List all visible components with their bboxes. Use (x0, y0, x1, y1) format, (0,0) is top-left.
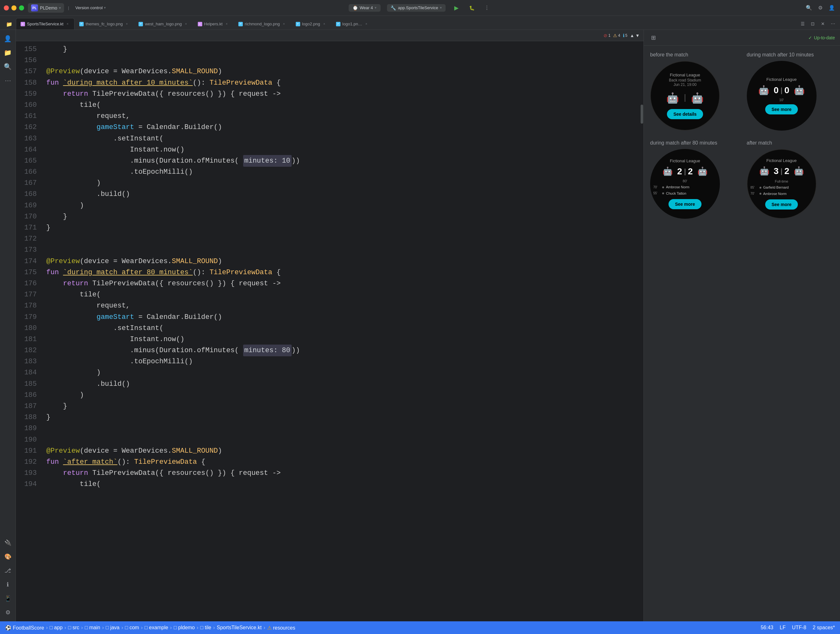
breadcrumb-main[interactable]: □ main (85, 625, 100, 631)
tab-label: west_ham_logo.png (145, 22, 182, 26)
watch-during-80: Fictional League 🤖 2 | 2 🤖 80' (650, 149, 720, 219)
warning-badge[interactable]: ⚠ 4 (613, 33, 621, 38)
tab-richmond-logo[interactable]: P richmond_logo.png × (234, 18, 291, 30)
sidebar-icon-plugin[interactable]: 🔌 (2, 537, 14, 549)
close-all-tabs-button[interactable]: ✕ (818, 19, 827, 28)
code-token: ) (46, 177, 101, 189)
version-control[interactable]: Version control ▾ (73, 4, 108, 11)
more-options-button[interactable]: ⋮ (482, 3, 491, 13)
settings-icon[interactable]: ⚙ (816, 3, 825, 13)
line-num: 176 (16, 278, 37, 289)
breadcrumb-pldemo[interactable]: □ pldemo (174, 625, 195, 631)
code-token: `after match` (63, 457, 118, 468)
tab-close-button[interactable]: × (184, 22, 188, 26)
tab-sportsTileService[interactable]: K SportsTileService.kt × (16, 18, 74, 30)
code-token: `during match after 10 minutes` (63, 77, 193, 89)
scrollbar-thumb[interactable] (641, 104, 643, 123)
breadcrumb-app[interactable]: □ app (50, 625, 63, 631)
split-editor-button[interactable]: ⊡ (808, 19, 817, 28)
service-badge[interactable]: 🔧 app.SportsTileService ▾ (387, 4, 446, 12)
status-bar: ⚽ FootballScore › □ app › □ src › □ main… (0, 621, 840, 634)
code-token: (): (193, 77, 210, 89)
watch-scorers: 70' Ambrose Norm 55' Chuck Tatton (650, 184, 720, 197)
code-token: = Calendar.Builder() (134, 122, 222, 133)
collapse-warnings-button[interactable]: ▲ ▼ (630, 33, 639, 38)
tab-close-button[interactable]: × (364, 22, 369, 26)
run-button[interactable]: ▶ (452, 3, 461, 13)
breadcrumb-resources[interactable]: ⚠ resources (267, 625, 295, 631)
more-tabs-button[interactable]: ⋯ (829, 19, 837, 28)
tab-close-button[interactable]: × (282, 22, 286, 26)
code-token: return (63, 89, 88, 100)
cursor-position[interactable]: 56:43 (761, 625, 774, 631)
breadcrumb-java[interactable]: □ java (106, 625, 120, 631)
tab-themes-logo[interactable]: P themes_fc_logo.png × (74, 18, 134, 30)
charset[interactable]: UTF-8 (792, 625, 806, 631)
watch-during-10: Fictional League 🤖 0 | 0 🤖 10' See more (747, 61, 816, 131)
indent[interactable]: 2 spaces* (813, 625, 835, 631)
sidebar-icon-info[interactable]: ℹ (2, 579, 14, 590)
tab-westham-logo[interactable]: P west_ham_logo.png × (134, 18, 193, 30)
maximize-button[interactable] (19, 5, 24, 11)
breadcrumb-src[interactable]: □ src (68, 625, 79, 631)
score-away: 0 (785, 85, 789, 95)
tab-helpers[interactable]: K Helpers.kt × (193, 18, 234, 30)
breadcrumb-football[interactable]: ⚽ FootballScore (5, 625, 44, 631)
scrollbar-vertical[interactable] (640, 41, 643, 621)
tab-label: SportsTileService.kt (27, 22, 63, 26)
png-file-icon: P (336, 22, 340, 26)
sidebar-icon-more[interactable]: ⋯ (2, 75, 14, 86)
code-line-193: return TilePreviewData({ resources() }) … (46, 468, 640, 479)
see-details-button[interactable]: See details (667, 109, 703, 119)
see-more-button[interactable]: See more (765, 104, 798, 114)
app-menu[interactable]: PL PLDemo ▾ (28, 3, 64, 13)
breadcrumb-file[interactable]: SportsTileService.kt (217, 625, 262, 631)
sidebar-icon-git[interactable]: ⎇ (2, 565, 14, 576)
sidebar-icon-profile[interactable]: 👤 (2, 33, 14, 44)
line-num: 165 (16, 155, 37, 166)
breadcrumb-tile[interactable]: □ tile (201, 625, 212, 631)
tab-list-button[interactable]: ☰ (798, 19, 807, 28)
tab-logo1[interactable]: P logo1.pn… × (331, 18, 373, 30)
line-num: 182 (16, 345, 37, 356)
line-num: 185 (16, 378, 37, 390)
minimize-button[interactable] (11, 5, 16, 11)
info-badge[interactable]: ℹ 5 (623, 33, 628, 38)
tab-bar-actions: ☰ ⊡ ✕ ⋯ (798, 19, 837, 30)
tab-close-button[interactable]: × (65, 22, 70, 26)
code-token: TilePreviewData (210, 267, 272, 278)
line-numbers: 155 156 157 158 159 160 161 162 163 164 … (16, 41, 41, 621)
close-button[interactable] (4, 5, 9, 11)
score-home: 0 (774, 85, 779, 95)
sidebar-toggle-btn[interactable]: 📁 (3, 19, 16, 30)
sidebar-icon-search[interactable]: 🔍 (2, 61, 14, 72)
sidebar-icon-palette[interactable]: 🎨 (2, 551, 14, 562)
debug-button[interactable]: 🐛 (467, 3, 476, 13)
wear-badge[interactable]: ⌚ Wear 4 ▾ (349, 4, 381, 12)
score-display: 2 | 2 (677, 166, 693, 177)
sidebar-icon-file[interactable]: 📁 (2, 47, 14, 58)
sidebar-icon-settings[interactable]: ⚙ (2, 607, 14, 618)
preview-layout-icon[interactable]: ⊞ (649, 33, 658, 42)
line-num: 184 (16, 367, 37, 378)
code-container[interactable]: 155 156 157 158 159 160 161 162 163 164 … (16, 41, 640, 621)
user-icon[interactable]: 👤 (827, 3, 836, 13)
breadcrumb-com[interactable]: □ com (125, 625, 139, 631)
error-badge[interactable]: ⊘ 1 (603, 33, 611, 38)
code-token: { (197, 457, 205, 468)
tab-close-button[interactable]: × (224, 22, 229, 26)
code-line-161: request, (46, 111, 640, 122)
sidebar-icon-devices[interactable]: 📱 (2, 593, 14, 604)
error-count: 1 (608, 33, 611, 38)
tab-logo2[interactable]: P logo2.png × (291, 18, 331, 30)
see-more-button[interactable]: See more (668, 199, 701, 209)
line-ending[interactable]: LF (780, 625, 786, 631)
code-content[interactable]: } @Preview(device = WearDevices.SMALL_RO… (41, 41, 640, 621)
tab-close-button[interactable]: × (322, 22, 327, 26)
main-layout: 👤 📁 🔍 ⋯ 🔌 🎨 ⎇ ℹ 📱 ⚙ ⊘ 1 ⚠ 4 ℹ (0, 30, 840, 621)
see-more-button[interactable]: See more (765, 199, 798, 210)
breadcrumb-example[interactable]: □ example (145, 625, 168, 631)
breadcrumb-sep: › (264, 625, 265, 631)
search-icon[interactable]: 🔍 (805, 3, 813, 13)
tab-close-button[interactable]: × (125, 22, 129, 26)
